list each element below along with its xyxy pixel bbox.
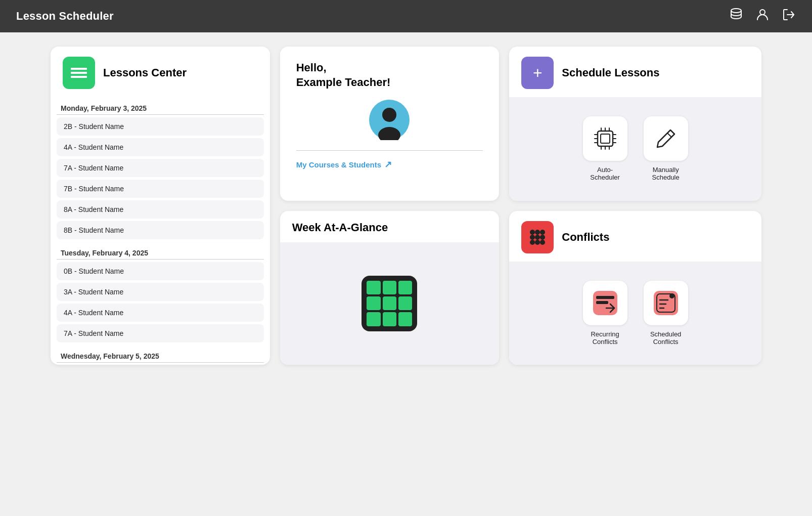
svg-point-37 <box>669 293 674 298</box>
svg-rect-6 <box>601 134 610 143</box>
scheduled-conflicts-icon <box>652 289 680 317</box>
auto-scheduler-label: Auto-Scheduler <box>590 166 620 181</box>
lessons-center-icon <box>63 57 95 89</box>
courses-students-link[interactable]: My Courses & Students ↗ <box>296 159 483 170</box>
recurring-conflicts-label: RecurringConflicts <box>591 330 619 346</box>
date-header-monday: Monday, February 3, 2025 <box>57 97 264 115</box>
svg-rect-21 <box>71 72 87 74</box>
svg-point-27 <box>535 235 540 240</box>
cpu-icon <box>592 125 619 152</box>
svg-point-29 <box>530 240 535 245</box>
svg-point-31 <box>540 240 545 245</box>
week-grid-icon <box>362 276 417 331</box>
week-body <box>280 242 500 365</box>
svg-rect-34 <box>596 301 608 304</box>
list-item[interactable]: 3A - Student Name <box>57 283 264 301</box>
manually-schedule-icon-box[interactable] <box>644 116 688 161</box>
list-item[interactable]: 7B - Student Name <box>57 180 264 198</box>
svg-point-0 <box>731 9 741 13</box>
svg-rect-20 <box>71 68 87 70</box>
svg-point-30 <box>535 240 540 245</box>
schedule-lessons-card: + Schedule Lessons <box>509 47 761 201</box>
main-content: Hello,Example Teacher! My Courses & Stud… <box>0 32 812 379</box>
list-item[interactable]: 7A - Student Name <box>57 159 264 177</box>
svg-point-25 <box>540 230 545 235</box>
date-header-tuesday: Tuesday, February 4, 2025 <box>57 242 264 260</box>
week-at-a-glance-card: Week At-A-Glance <box>280 211 500 365</box>
avatar-wrap <box>296 96 483 142</box>
schedule-lessons-title: Schedule Lessons <box>562 66 659 79</box>
schedule-lessons-icon: + <box>521 57 554 89</box>
conflicts-header: Conflicts <box>509 211 761 262</box>
week-header: Week At-A-Glance <box>280 211 500 242</box>
avatar <box>369 100 410 140</box>
grid-cell <box>383 281 396 294</box>
conflicts-title: Conflicts <box>562 231 609 244</box>
list-icon <box>69 63 89 83</box>
svg-rect-33 <box>596 296 614 299</box>
list-item[interactable]: 2B - Student Name <box>57 117 264 136</box>
greeting-text: Hello,Example Teacher! <box>296 61 483 90</box>
lessons-center-title: Lessons Center <box>103 66 187 79</box>
database-icon[interactable] <box>729 8 743 25</box>
svg-rect-22 <box>71 76 87 78</box>
lessons-center-card: Lessons Center Monday, February 3, 2025 … <box>51 47 270 365</box>
recurring-conflicts-button[interactable]: RecurringConflicts <box>583 281 627 346</box>
recurring-conflicts-icon <box>591 289 619 317</box>
svg-point-1 <box>760 10 765 15</box>
grid-cell <box>367 281 380 294</box>
logout-icon[interactable] <box>782 8 796 25</box>
svg-point-3 <box>382 108 396 122</box>
manually-schedule-label: ManuallySchedule <box>652 166 680 181</box>
list-item[interactable]: 8B - Student Name <box>57 221 264 239</box>
list-item[interactable]: 4A - Student Name <box>57 304 264 322</box>
manually-schedule-button[interactable]: ManuallySchedule <box>644 116 688 181</box>
svg-rect-5 <box>598 131 613 146</box>
scheduled-conflicts-button[interactable]: ScheduledConflicts <box>644 281 688 346</box>
lessons-center-header: Lessons Center <box>51 47 270 97</box>
schedule-lessons-header: + Schedule Lessons <box>509 47 761 97</box>
conflicts-grid-icon <box>527 227 548 247</box>
scheduled-conflicts-icon-box[interactable] <box>644 281 688 325</box>
svg-point-28 <box>540 235 545 240</box>
lessons-list[interactable]: Monday, February 3, 2025 2B - Student Na… <box>51 97 270 365</box>
list-item[interactable]: 7A - Student Name <box>57 324 264 342</box>
grid-cell <box>398 281 412 294</box>
profile-card: Hello,Example Teacher! My Courses & Stud… <box>280 47 500 201</box>
conflicts-body: RecurringConflicts ScheduledConflicts <box>509 262 761 365</box>
conflicts-card: Conflicts RecurringConflicts <box>509 211 761 365</box>
recurring-conflicts-icon-box[interactable] <box>583 281 627 325</box>
list-item[interactable]: 0B - Student Name <box>57 262 264 280</box>
list-item[interactable]: 8A - Student Name <box>57 200 264 219</box>
user-icon[interactable] <box>755 8 770 25</box>
svg-point-24 <box>535 230 540 235</box>
svg-point-23 <box>530 230 535 235</box>
header: Lesson Scheduler <box>0 0 812 32</box>
grid-cell <box>383 296 396 310</box>
auto-scheduler-button[interactable]: Auto-Scheduler <box>583 116 627 181</box>
scheduled-conflicts-label: ScheduledConflicts <box>650 330 681 346</box>
grid-cell <box>398 312 412 326</box>
link-arrow-icon: ↗ <box>384 159 392 170</box>
svg-point-26 <box>530 235 535 240</box>
profile-divider <box>296 150 483 151</box>
grid-cell <box>367 296 380 310</box>
pencil-icon <box>652 125 680 152</box>
svg-line-19 <box>667 133 671 137</box>
grid-cell <box>398 296 412 310</box>
app-title: Lesson Scheduler <box>16 10 114 23</box>
grid-cell <box>367 312 380 326</box>
schedule-lessons-body: Auto-Scheduler ManuallySchedule <box>509 97 761 201</box>
conflicts-icon <box>521 221 554 253</box>
header-icons <box>729 8 796 25</box>
list-item[interactable]: 4A - Student Name <box>57 138 264 156</box>
auto-scheduler-icon-box[interactable] <box>583 116 627 161</box>
grid-cell <box>383 312 396 326</box>
week-title: Week At-A-Glance <box>292 221 487 234</box>
date-header-wednesday: Wednesday, February 5, 2025 <box>57 345 264 363</box>
